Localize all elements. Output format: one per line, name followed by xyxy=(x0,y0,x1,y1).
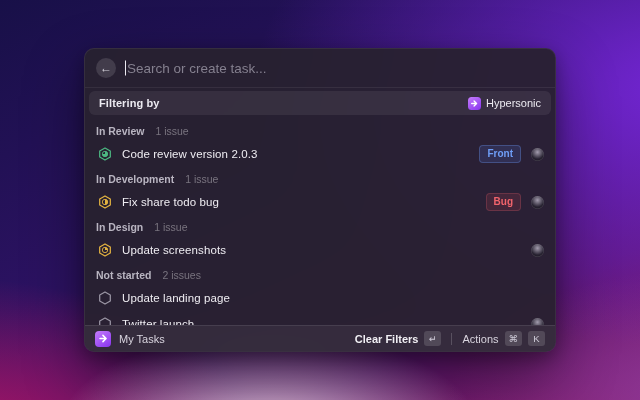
assignee-avatar[interactable] xyxy=(531,318,544,326)
section-count: 2 issues xyxy=(162,269,201,281)
section-title: In Review xyxy=(96,125,144,137)
label-badge: Bug xyxy=(486,193,521,211)
clear-filters-button[interactable]: Clear Filters xyxy=(355,333,419,345)
app-name: My Tasks xyxy=(119,333,165,345)
task-row[interactable]: Update screenshots xyxy=(96,239,544,261)
section-header: In Design1 issue xyxy=(96,221,544,235)
search-input[interactable] xyxy=(125,61,544,76)
search-field xyxy=(125,49,544,87)
k-key-icon: K xyxy=(528,331,545,346)
search-bar: ← xyxy=(85,49,555,87)
status-in-design-icon xyxy=(98,243,112,257)
section-count: 1 issue xyxy=(185,173,218,185)
actions-button[interactable]: Actions xyxy=(462,333,498,345)
section-title: In Design xyxy=(96,221,143,233)
task-title: Code review version 2.0.3 xyxy=(122,148,257,160)
assignee-avatar[interactable] xyxy=(531,148,544,161)
section-header: In Review1 issue xyxy=(96,125,544,139)
divider xyxy=(85,87,555,88)
cmd-key-icon: ⌘ xyxy=(505,331,523,346)
enter-key-icon: ↵ xyxy=(424,331,441,346)
task-title: Update screenshots xyxy=(122,244,226,256)
footer-bar: My Tasks Clear Filters ↵ Actions ⌘ K xyxy=(85,325,555,351)
filter-value-label: Hypersonic xyxy=(486,97,541,109)
section-count: 1 issue xyxy=(154,221,187,233)
task-list: In Review1 issueCode review version 2.0.… xyxy=(85,118,555,325)
task-row[interactable]: Twitter launch xyxy=(96,313,544,325)
assignee-avatar[interactable] xyxy=(531,244,544,257)
status-in-review-icon xyxy=(98,147,112,161)
my-tasks-app-icon[interactable] xyxy=(95,331,111,347)
status-in-development-icon xyxy=(98,195,112,209)
hypersonic-logo-icon xyxy=(468,97,481,110)
section-title: In Development xyxy=(96,173,174,185)
text-caret xyxy=(125,61,126,76)
desktop-background: { "window": { "search": { "placeholder":… xyxy=(0,0,640,400)
task-row[interactable]: Fix share todo bugBug xyxy=(96,191,544,213)
filter-label: Filtering by xyxy=(99,97,159,109)
section-title: Not started xyxy=(96,269,151,281)
task-row[interactable]: Update landing page xyxy=(96,287,544,309)
assignee-avatar[interactable] xyxy=(531,196,544,209)
task-title: Twitter launch xyxy=(122,318,194,325)
section-header: Not started2 issues xyxy=(96,269,544,283)
divider xyxy=(451,333,452,345)
command-palette: ← Filtering by Hypersonic In Review1 iss… xyxy=(84,48,556,352)
footer-actions: Clear Filters ↵ Actions ⌘ K xyxy=(355,331,545,346)
back-arrow-icon: ← xyxy=(100,62,112,74)
filter-bar[interactable]: Filtering by Hypersonic xyxy=(89,91,551,115)
task-row[interactable]: Code review version 2.0.3Front xyxy=(96,143,544,165)
filter-value-hypersonic[interactable]: Hypersonic xyxy=(468,97,541,110)
back-button[interactable]: ← xyxy=(96,58,116,78)
section-header: In Development1 issue xyxy=(96,173,544,187)
task-title: Fix share todo bug xyxy=(122,196,219,208)
label-badge: Front xyxy=(479,145,521,163)
status-not-started-icon xyxy=(98,291,112,305)
section-count: 1 issue xyxy=(155,125,188,137)
task-title: Update landing page xyxy=(122,292,230,304)
status-not-started-icon xyxy=(98,317,112,325)
